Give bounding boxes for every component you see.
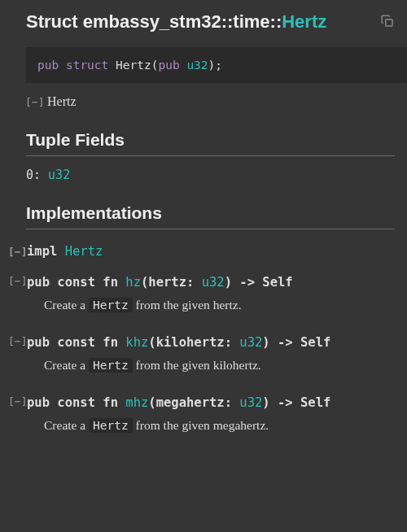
visibility: pub [158, 59, 179, 72]
collapse-toggle-icon[interactable]: [−] [25, 96, 40, 108]
tuple-field-0: 0: u32 [26, 168, 395, 182]
method-mhz-signature[interactable]: pub const fn mhz(megahertz: u32) -> Self [27, 395, 330, 410]
struct-declaration: pub struct Hertz(pub u32); [26, 47, 407, 83]
method-khz-signature[interactable]: pub const fn khz(kilohertz: u32) -> Self [27, 335, 330, 350]
fn-name-link[interactable]: mhz [125, 395, 148, 410]
page-title: Struct embassy_stm32::time::Hertz [26, 11, 326, 33]
fn-name-link[interactable]: hz [125, 275, 141, 290]
method-hz-description: Create a Hertz from the given hertz. [44, 298, 395, 312]
type-ref: Hertz [89, 298, 133, 312]
title-prefix: Struct [26, 11, 83, 32]
collapse-toggle-icon[interactable]: [−] [8, 275, 23, 287]
collapse-toggle-icon[interactable]: [−] [8, 246, 23, 258]
copy-path-icon[interactable] [380, 14, 395, 31]
title-name[interactable]: Hertz [282, 11, 326, 32]
implementations-heading[interactable]: Implementations [26, 203, 395, 229]
field-index[interactable]: 0: [26, 168, 48, 182]
fn-name-link[interactable]: khz [125, 335, 148, 350]
summary-text: Hertz [47, 94, 77, 109]
method-mhz-description: Create a Hertz from the given megahertz. [44, 418, 395, 433]
impl-signature[interactable]: impl Hertz [27, 244, 103, 259]
impl-type-link[interactable]: Hertz [65, 244, 103, 259]
keyword: pub struct [37, 59, 108, 72]
svg-rect-0 [386, 19, 392, 25]
struct-name: Hertz [116, 59, 151, 72]
param-type-link[interactable]: u32 [239, 395, 262, 410]
title-path: embassy_stm32::time:: [83, 11, 282, 32]
field-type-link[interactable]: u32 [48, 168, 70, 182]
param-type-link[interactable]: u32 [239, 335, 262, 350]
field-type[interactable]: u32 [186, 59, 208, 72]
collapse-toggle-icon[interactable]: [−] [8, 395, 23, 408]
type-ref: Hertz [89, 418, 133, 433]
tuple-fields-heading[interactable]: Tuple Fields [26, 130, 395, 156]
type-ref: Hertz [89, 358, 133, 373]
method-khz-description: Create a Hertz from the given kilohertz. [44, 358, 395, 373]
collapse-toggle-icon[interactable]: [−] [8, 335, 23, 347]
param-type-link[interactable]: u32 [202, 275, 225, 290]
method-hz-signature[interactable]: pub const fn hz(hertz: u32) -> Self [27, 275, 293, 290]
